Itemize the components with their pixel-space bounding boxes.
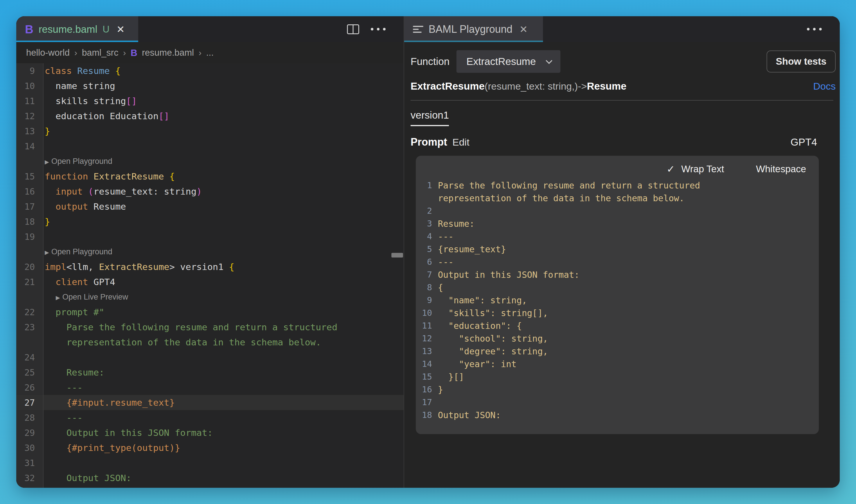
- prompt-line: 9 "name": string,: [416, 294, 819, 307]
- prompt-preview-code: 1Parse the following resume and return a…: [416, 177, 819, 421]
- function-dropdown[interactable]: ExtractResume: [457, 50, 560, 73]
- line-number: [16, 154, 44, 169]
- line-number: 9: [416, 295, 432, 305]
- code-line: 19: [16, 229, 404, 244]
- tab-version1[interactable]: version1: [411, 109, 449, 126]
- model-badge: GPT4: [791, 136, 817, 148]
- scrollbar-handle[interactable]: [391, 253, 403, 257]
- code-line: 18}: [16, 214, 404, 229]
- line-number: 11: [416, 321, 432, 330]
- prompt-line: 7Output in this JSON format:: [416, 268, 819, 281]
- run-triangle-icon: ▶: [45, 249, 49, 255]
- more-actions-icon[interactable]: [371, 28, 386, 31]
- code-line: 15function ExtractResume {: [16, 169, 404, 184]
- edit-link[interactable]: Edit: [452, 137, 469, 148]
- code-line: 30 {#print_type(output)}: [16, 440, 404, 455]
- prompt-block-toolbar: ✓ Wrap Text Whitespace: [416, 156, 819, 177]
- line-number: [16, 244, 44, 259]
- line-number: 32: [16, 470, 44, 485]
- docs-link[interactable]: Docs: [813, 80, 836, 92]
- tab-baml-playground[interactable]: BAML Playground ✕: [404, 16, 543, 42]
- code-line: 33 "#: [16, 485, 404, 488]
- whitespace-toggle[interactable]: Whitespace: [756, 164, 806, 175]
- signature-params: (resume_text: string,): [485, 80, 578, 92]
- line-number: 11: [16, 93, 44, 108]
- more-actions-icon[interactable]: [807, 28, 822, 31]
- show-tests-button[interactable]: Show tests: [767, 51, 836, 72]
- split-editor-icon[interactable]: [347, 24, 359, 34]
- line-number: 18: [16, 214, 44, 229]
- prompt-line: 3Resume:: [416, 217, 819, 230]
- code-line: 9class Resume {: [16, 63, 404, 78]
- prompt-line: 18Output JSON:: [416, 409, 819, 421]
- line-number: 18: [416, 410, 432, 420]
- code-editor[interactable]: 9class Resume {10 name string11 skills s…: [16, 63, 404, 488]
- line-number: 3: [416, 219, 432, 229]
- prompt-line: 12 "school": string,: [416, 332, 819, 345]
- check-icon: ✓: [667, 163, 675, 175]
- line-number: 14: [416, 359, 432, 369]
- editor-actions: [347, 16, 404, 42]
- line-number: 1: [416, 180, 432, 190]
- code-line: 20impl<llm, ExtractResume> version1 {: [16, 259, 404, 274]
- tabbar-spacer: [138, 16, 347, 42]
- breadcrumb-item[interactable]: ...: [206, 48, 214, 58]
- chevron-down-icon: [546, 57, 552, 64]
- line-number: [16, 289, 44, 305]
- wrap-text-toggle[interactable]: ✓ Wrap Text: [667, 163, 724, 175]
- prompt-line: 17: [416, 396, 819, 409]
- line-number: 15: [16, 169, 44, 184]
- prompt-line: 15 }[]: [416, 370, 819, 383]
- codelens-action[interactable]: ▶Open Playground: [16, 154, 404, 169]
- code-line: 25 Resume:: [16, 365, 404, 380]
- prompt-line: 10 "skills": string[],: [416, 307, 819, 319]
- line-number: 21: [16, 274, 44, 289]
- breadcrumb-item[interactable]: baml_src: [82, 48, 118, 58]
- breadcrumb-item[interactable]: hello-world: [26, 48, 70, 58]
- line-number: 23: [16, 320, 44, 335]
- prompt-line: 11 "education": {: [416, 319, 819, 332]
- code-line: 31: [16, 455, 404, 470]
- line-number: 14: [16, 139, 44, 154]
- line-number: 7: [416, 270, 432, 280]
- code-line: 12 education Education[]: [16, 108, 404, 124]
- breadcrumb-separator: ›: [74, 48, 77, 58]
- tab-resume-baml[interactable]: B resume.baml U ✕: [16, 16, 138, 42]
- function-signature: ExtractResume(resume_text: string,) ->Re…: [411, 80, 836, 92]
- line-number: 12: [16, 108, 44, 124]
- code-line: 29 Output in this JSON format:: [16, 425, 404, 440]
- line-number: 10: [16, 78, 44, 93]
- line-number: 5: [416, 244, 432, 254]
- line-number: 27: [16, 395, 44, 410]
- breadcrumb-separator: ›: [199, 48, 202, 58]
- line-number: 29: [16, 425, 44, 440]
- prompt-line: 5{resume_text}: [416, 243, 819, 255]
- line-number: 9: [16, 63, 44, 78]
- baml-file-icon: B: [131, 48, 137, 57]
- prompt-line: 1Parse the following resume and return a…: [416, 179, 819, 192]
- line-number: 25: [16, 365, 44, 380]
- code-line: 17 output Resume: [16, 199, 404, 214]
- codelens-action[interactable]: ▶Open Playground: [16, 244, 404, 259]
- playground-list-icon: [413, 26, 423, 33]
- prompt-line: 6---: [416, 255, 819, 268]
- code-line: 13}: [16, 124, 404, 139]
- function-label: Function: [411, 56, 449, 67]
- code-line: 27 {#input.resume_text}: [16, 395, 404, 410]
- line-number: 24: [16, 350, 44, 365]
- codelens-action[interactable]: ▶Open Live Preview: [16, 289, 404, 305]
- tabbar-spacer: [543, 16, 807, 42]
- signature-name: ExtractResume: [411, 80, 485, 92]
- code-line: 16 input (resume_text: string): [16, 184, 404, 199]
- code-line: 11 skills string[]: [16, 93, 404, 108]
- close-playground-icon[interactable]: ✕: [519, 23, 528, 35]
- wrap-text-label: Wrap Text: [681, 164, 724, 175]
- code-line: 21 client GPT4: [16, 274, 404, 289]
- playground-pane: BAML Playground ✕ Function ExtractResume…: [404, 16, 840, 488]
- editor-tabbar: B resume.baml U ✕: [16, 16, 404, 42]
- line-number: 12: [416, 334, 432, 343]
- close-tab-icon[interactable]: ✕: [117, 23, 125, 35]
- code-line: representation of the data in the schema…: [16, 335, 404, 350]
- breadcrumb-item[interactable]: resume.baml: [142, 48, 194, 58]
- line-number: 2: [416, 206, 432, 216]
